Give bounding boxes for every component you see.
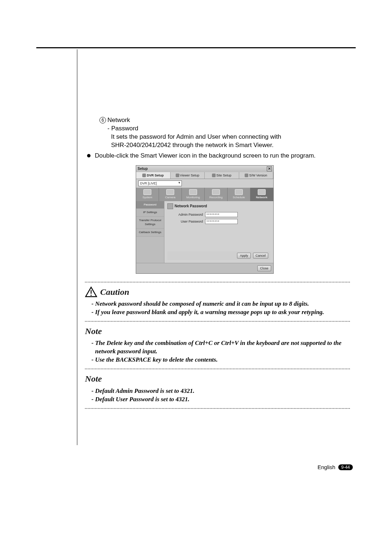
panel-icon: [167, 203, 173, 209]
close-button[interactable]: Close: [257, 265, 271, 271]
cat-recording[interactable]: Recording: [205, 188, 228, 201]
admin-password-row: Admin Password ********: [174, 212, 270, 217]
network-icon: [258, 189, 266, 195]
cat-monitoring[interactable]: Monitoring: [182, 188, 205, 201]
note-a-line-2: - Use the BACKSPACE key to delete the co…: [91, 356, 350, 364]
tab-bar: DVR Setup Viewer Setup Site Setup S/W Ve…: [136, 172, 273, 179]
recording-icon: [212, 189, 220, 195]
schedule-icon: [235, 189, 243, 195]
tab-label: Site Setup: [216, 173, 232, 178]
cancel-button[interactable]: Cancel: [253, 253, 268, 259]
note-heading: Note: [85, 373, 350, 385]
side-callback-settings[interactable]: Callback Settings: [136, 229, 164, 237]
tab-label: Viewer Setup: [180, 173, 199, 178]
setup-window: Setup ✕ DVR Setup Viewer Setup Site Setu…: [136, 165, 274, 274]
bullet-row: ● Double-click the Smart Viewer icon in …: [85, 152, 350, 160]
heading-network: Network: [107, 117, 130, 123]
cat-camera[interactable]: Camera: [159, 188, 182, 201]
tab-label: S/W Version: [249, 173, 267, 178]
tab-icon: [176, 174, 179, 177]
main-content: 6Network - Password It sets the password…: [85, 116, 350, 412]
footer-page-number: 9-44: [338, 464, 353, 470]
side-ip-settings[interactable]: IP Settings: [136, 209, 164, 217]
note-title: Note: [85, 373, 102, 385]
sub-password: - Password: [85, 125, 350, 133]
system-icon: [143, 189, 151, 195]
window-title: Setup: [138, 166, 148, 171]
footer-language: English: [318, 464, 335, 470]
bullet-dot: ●: [85, 152, 95, 160]
section-heading: 6Network: [85, 116, 350, 125]
tab-sw-version[interactable]: S/W Version: [239, 172, 274, 179]
tab-icon: [245, 174, 248, 177]
category-icon-row: System Camera Monitoring Recording Sched…: [136, 188, 273, 201]
side-nav: Password IP Settings Transfer Protocol S…: [136, 201, 164, 263]
admin-password-label: Admin Password: [174, 212, 203, 217]
dvr-select[interactable]: DVR [LIVE]: [138, 180, 182, 186]
top-rule: [36, 47, 356, 48]
note-a-line-1: - The Delete key and the combination of …: [91, 339, 350, 356]
tab-site-setup[interactable]: Site Setup: [205, 172, 239, 179]
panel-heading: Network Password: [167, 203, 270, 209]
warning-triangle-icon: [85, 286, 97, 297]
cat-label: Camera: [165, 196, 175, 199]
cat-label: Recording: [209, 196, 222, 199]
caution-body: - Network password should be composed of…: [85, 298, 350, 317]
note-heading: Note: [85, 325, 350, 337]
vertical-divider: [77, 49, 77, 445]
apply-button[interactable]: Apply: [237, 253, 251, 259]
bullet-text: Double-click the Smart Viewer icon in th…: [95, 152, 315, 160]
panel-spacer: [167, 226, 270, 251]
panel-button-row: Apply Cancel: [167, 251, 270, 260]
note-body: - The Delete key and the combination of …: [85, 337, 350, 365]
page-frame: [36, 47, 356, 48]
tab-viewer-setup[interactable]: Viewer Setup: [171, 172, 205, 179]
note-b-line-1: - Default Admin Password is set to 4321.: [91, 387, 350, 395]
window-footer: Close: [136, 263, 273, 273]
camera-icon: [166, 189, 174, 195]
tab-icon: [212, 174, 216, 177]
dotted-rule: [85, 408, 350, 409]
tab-icon: [142, 174, 146, 177]
tab-label: DVR Setup: [147, 173, 164, 178]
cat-label: Schedule: [233, 196, 245, 199]
side-password[interactable]: Password: [136, 201, 164, 209]
note-body: - Default Admin Password is set to 4321.…: [85, 385, 350, 404]
dvr-select-row: DVR [LIVE]: [136, 179, 273, 188]
network-password-panel: Network Password Admin Password ********…: [164, 201, 273, 263]
user-password-row: User Password ********: [174, 219, 270, 224]
desc-line-2: SHR-2040/2041/2042 through the network i…: [85, 141, 350, 150]
svg-point-2: [90, 294, 91, 296]
note-title: Note: [85, 325, 102, 337]
cat-label: Monitoring: [186, 196, 200, 199]
monitoring-icon: [189, 189, 197, 195]
user-password-label: User Password: [174, 219, 203, 224]
caution-heading: Caution: [85, 286, 350, 298]
page-footer: English 9-44: [0, 464, 392, 470]
desc-line-1: It sets the password for Admin and User …: [85, 133, 350, 141]
cat-schedule[interactable]: Schedule: [228, 188, 250, 201]
tab-dvr-setup[interactable]: DVR Setup: [136, 172, 171, 179]
cat-system[interactable]: System: [136, 188, 159, 201]
panel-title: Network Password: [175, 204, 207, 209]
setup-body: Password IP Settings Transfer Protocol S…: [136, 201, 273, 263]
cat-label: Network: [256, 196, 268, 199]
cat-network[interactable]: Network: [250, 188, 273, 201]
step-number-badge: 6: [99, 117, 106, 123]
caution-line-2: - If you leave password blank and apply …: [91, 308, 350, 317]
side-transfer-protocol[interactable]: Transfer Protocol Settings: [136, 217, 164, 229]
dotted-rule: [85, 321, 350, 322]
dotted-rule: [85, 282, 350, 282]
admin-password-input[interactable]: ********: [205, 212, 238, 217]
dotted-rule: [85, 369, 350, 369]
window-titlebar: Setup ✕: [136, 166, 273, 172]
caution-title: Caution: [100, 286, 129, 298]
note-b-line-2: - Default User Password is set to 4321.: [91, 395, 350, 404]
window-close-button[interactable]: ✕: [267, 166, 272, 171]
cat-label: System: [143, 196, 152, 199]
user-password-input[interactable]: ********: [205, 219, 238, 224]
caution-line-1: - Network password should be composed of…: [91, 300, 350, 308]
